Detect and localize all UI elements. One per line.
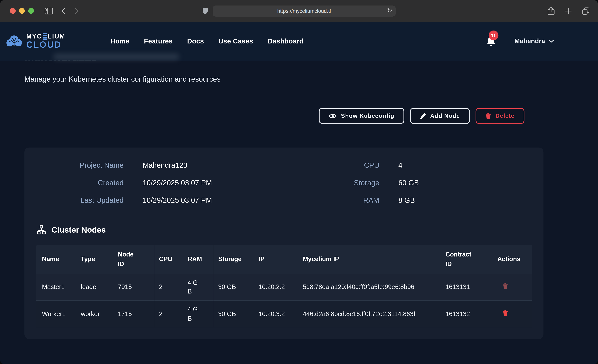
user-name: Mahendra [514, 37, 545, 45]
delete-cluster-button[interactable]: Delete [475, 108, 524, 124]
back-icon[interactable] [61, 8, 66, 14]
cell-name: Worker1 [36, 301, 76, 328]
cell-contract-id: 1613132 [441, 301, 493, 328]
nav-link-use-cases[interactable]: Use Cases [218, 37, 253, 45]
delete-node-icon[interactable] [503, 283, 508, 289]
col-type: Type [76, 245, 113, 274]
cell-ram: 4 GB [183, 274, 214, 301]
col-contract-id: Contract ID [441, 245, 493, 274]
main-nav: Home Features Docs Use Cases Dashboard [110, 37, 303, 45]
info-row-storage: Storage 60 GB [284, 178, 532, 188]
network-nodes-icon [36, 224, 46, 235]
add-node-button[interactable]: Add Node [410, 108, 470, 124]
cell-contract-id: 1613131 [441, 274, 493, 301]
nav-link-dashboard[interactable]: Dashboard [267, 37, 303, 45]
user-menu[interactable]: Mahendra [514, 37, 554, 45]
url-text: https://myceliumcloud.tf [277, 8, 331, 14]
notifications-button[interactable]: 11 [486, 36, 496, 46]
show-kubeconfig-button[interactable]: Show Kubeconfig [319, 108, 404, 124]
browser-window: https://myceliumcloud.tf ↻ [0, 0, 598, 364]
cluster-overview: Project Name Mahendra123 Created 10/29/2… [36, 157, 532, 206]
cell-ram: 4 GB [183, 301, 214, 328]
tab-overview-icon[interactable] [582, 7, 590, 15]
nav-link-docs[interactable]: Docs [187, 37, 204, 45]
info-row-last-updated: Last Updated 10/29/2025 03:07 PM [36, 196, 284, 206]
info-row-project-name: Project Name Mahendra123 [36, 160, 284, 170]
address-bar[interactable]: https://myceliumcloud.tf ↻ [213, 5, 396, 17]
eye-icon [329, 113, 337, 119]
nav-link-home[interactable]: Home [110, 37, 129, 45]
cluster-actions: Show Kubeconfig Add Node [25, 108, 543, 124]
nav-link-features[interactable]: Features [144, 37, 173, 45]
col-cpu: CPU [155, 245, 183, 274]
delete-node-icon[interactable] [503, 310, 508, 316]
reload-icon[interactable]: ↻ [387, 8, 392, 14]
node-row-worker1: Worker1 worker 1715 2 4 GB 30 GB 10.20.3… [36, 301, 532, 328]
sidebar-toggle-icon[interactable] [45, 8, 53, 14]
window-controls [10, 8, 34, 14]
cluster-details-card: Project Name Mahendra123 Created 10/29/2… [25, 148, 543, 339]
col-storage: Storage [214, 245, 254, 274]
table-header-row: Name Type Node ID CPU RAM Storage IP Myc… [36, 245, 532, 274]
cell-ip: 10.20.3.2 [254, 301, 298, 328]
privacy-shield-icon[interactable] [202, 7, 208, 15]
page-subtitle: Manage your Kubernetes cluster configura… [25, 75, 543, 84]
cell-node-id: 7915 [113, 274, 154, 301]
cell-actions [493, 274, 532, 301]
cell-type: leader [76, 274, 113, 301]
col-ip: IP [254, 245, 298, 274]
share-icon[interactable] [548, 7, 555, 15]
page: MYCLIUM CLOUD Home Features Docs Use Cas… [0, 22, 598, 364]
cell-ip: 10.20.2.2 [254, 274, 298, 301]
col-ram: RAM [183, 245, 214, 274]
close-window-button[interactable] [10, 8, 16, 14]
main-content: Mahendra123 Manage your Kubernetes clust… [0, 51, 598, 339]
cell-storage: 30 GB [214, 274, 254, 301]
node-row-master1: Master1 leader 7915 2 4 GB 30 GB 10.20.2… [36, 274, 532, 301]
trash-icon [485, 113, 491, 119]
forward-icon[interactable] [75, 8, 79, 14]
browser-toolbar: https://myceliumcloud.tf ↻ [0, 0, 598, 22]
cell-actions [493, 301, 532, 328]
col-name: Name [36, 245, 76, 274]
site-navbar: MYCLIUM CLOUD Home Features Docs Use Cas… [0, 22, 598, 61]
cell-storage: 30 GB [214, 301, 254, 328]
col-mycelium-ip: Mycelium IP [298, 245, 441, 274]
brand-name-top: MYCLIUM [26, 33, 66, 40]
cluster-nodes-table: Name Type Node ID CPU RAM Storage IP Myc… [36, 245, 532, 328]
cluster-nodes-heading: Cluster Nodes [36, 224, 532, 235]
cell-cpu: 2 [155, 274, 183, 301]
brand-name-bottom: CLOUD [26, 40, 66, 49]
brand-logo[interactable]: MYCLIUM CLOUD [5, 33, 65, 49]
scroll-blur-artifact [53, 54, 179, 60]
mycelium-cloud-logo-icon [5, 34, 23, 49]
col-actions: Actions [493, 245, 532, 274]
stylized-e-icon [43, 33, 47, 40]
cell-mycelium-ip: 5d8:78ea:a120:f40c:ff0f:a5fe:99e6:8b96 [298, 274, 441, 301]
info-row-created: Created 10/29/2025 03:07 PM [36, 178, 284, 188]
cell-type: worker [76, 301, 113, 328]
col-node-id: Node ID [113, 245, 154, 274]
minimize-window-button[interactable] [19, 8, 25, 14]
cell-cpu: 2 [155, 301, 183, 328]
info-row-cpu: CPU 4 [284, 160, 532, 170]
cell-node-id: 1715 [113, 301, 154, 328]
new-tab-icon[interactable] [565, 8, 572, 14]
cell-name: Master1 [36, 274, 76, 301]
notification-count-badge: 11 [489, 31, 498, 41]
pencil-icon [420, 113, 426, 119]
info-row-ram: RAM 8 GB [284, 196, 532, 206]
zoom-window-button[interactable] [28, 8, 34, 14]
cell-mycelium-ip: 446:d2a6:8bcd:8c16:ff0f:72e2:3114:863f [298, 301, 441, 328]
chevron-down-icon [549, 40, 554, 43]
